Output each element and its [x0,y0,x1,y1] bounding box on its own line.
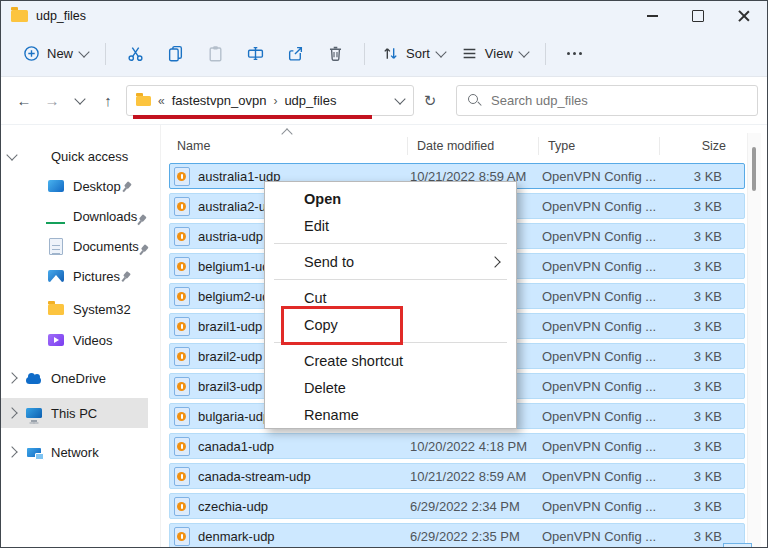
breadcrumb-item-current[interactable]: udp_files [284,93,336,108]
sidebar-item-onedrive[interactable]: OneDrive [1,363,160,393]
expander-chevron-icon[interactable] [6,407,17,418]
copy-red-box-annotation [281,306,403,345]
sidebar-item-videos[interactable]: Videos [1,325,160,355]
file-size: 3 KB [660,289,722,304]
sidebar-item-label: This PC [51,406,97,421]
file-row-czechia-udp[interactable]: czechia-udp 6/29/2022 2:34 PM OpenVPN Co… [169,493,745,519]
menu-item-label: Delete [304,380,346,396]
sidebar-item-downloads[interactable]: Downloads [1,201,160,231]
file-date-modified: 10/21/2022 8:59 AM [410,469,542,484]
recent-locations-button[interactable] [66,87,94,115]
menu-item-label: Send to [304,254,354,270]
sidebar-item-label: Pictures [73,269,120,284]
search-icon [468,94,482,108]
refresh-icon: ↻ [424,92,437,110]
column-headers: Name Date modified Type Size [161,133,767,159]
menu-item-edit[interactable]: Edit [265,212,516,239]
file-type: OpenVPN Config ... [542,529,660,544]
openvpn-config-file-icon [174,377,190,396]
chevron-down-icon [518,46,529,57]
file-type: OpenVPN Config ... [542,349,660,364]
chevron-down-icon [78,46,89,57]
back-arrow-icon: ← [17,92,32,109]
chevron-down-icon[interactable] [394,93,405,104]
openvpn-config-file-icon [174,167,190,186]
rename-button[interactable] [242,38,268,70]
breadcrumb-overflow[interactable]: « [158,94,165,108]
cut-button[interactable] [122,38,148,70]
file-type: OpenVPN Config ... [542,499,660,514]
copy-button[interactable] [162,38,188,70]
context-menu: Open Edit Send to Cut Copy Create shortc… [264,181,517,429]
vertical-scrollbar[interactable] [747,133,761,548]
file-date-modified: 10/20/2022 4:18 PM [410,439,542,454]
expander-chevron-icon[interactable] [6,446,17,457]
search-input[interactable]: Search udp_files [456,85,758,116]
sidebar-item-quick-access[interactable]: Quick access [1,141,160,171]
sidebar-item-documents[interactable]: Documents [1,231,160,261]
menu-item-label: Cut [304,290,327,306]
up-button[interactable]: ↑ [94,87,122,115]
column-header-name[interactable]: Name [161,137,407,155]
new-button[interactable]: New [15,38,96,70]
column-header-type[interactable]: Type [538,137,659,155]
file-date-modified: 6/29/2022 2:34 PM [410,499,542,514]
menu-item-delete[interactable]: Delete [265,374,516,401]
file-explorer-window: udp_files New [0,0,768,548]
menu-item-open[interactable]: Open [265,185,516,212]
documents-icon [46,238,65,255]
share-icon [287,45,304,62]
menu-item-rename[interactable]: Rename [265,401,516,428]
back-button[interactable]: ← [10,87,38,115]
share-button[interactable] [282,38,308,70]
forward-button[interactable]: → [38,87,66,115]
partially-visible-row [723,543,752,548]
minimize-button[interactable] [629,1,675,31]
openvpn-config-file-icon [174,317,190,336]
file-size: 3 KB [660,499,722,514]
menu-item-label: Create shortcut [304,353,403,369]
file-row-denmark-udp[interactable]: denmark-udp 6/29/2022 2:35 PM OpenVPN Co… [169,523,745,548]
thispc-icon [24,405,43,422]
file-row-canada1-udp[interactable]: canada1-udp 10/20/2022 4:18 PM OpenVPN C… [169,433,745,459]
delete-button[interactable] [322,38,348,70]
scrollbar-thumb[interactable] [752,147,756,191]
maximize-button[interactable] [675,1,721,31]
chevron-down-icon [74,93,85,104]
sidebar-item-label: Videos [73,333,113,348]
expander-chevron-icon[interactable] [6,372,17,383]
menu-item-send-to[interactable]: Send to [265,248,516,275]
column-header-size[interactable]: Size [659,137,731,155]
sidebar-item-label: Downloads [73,209,137,224]
sidebar-item-network[interactable]: Network [1,437,160,467]
rename-icon [247,45,264,62]
menu-item-label: Edit [304,218,329,234]
openvpn-config-file-icon [174,197,190,216]
refresh-button[interactable]: ↻ [414,87,446,115]
sidebar-item-pictures[interactable]: Pictures [1,261,160,291]
file-name: canada-stream-udp [198,469,410,484]
file-size: 3 KB [660,349,722,364]
file-size: 3 KB [660,469,722,484]
file-size: 3 KB [660,259,722,274]
sidebar-item-system32[interactable]: System32 [1,294,160,324]
file-size: 3 KB [660,379,722,394]
sidebar-item-label: System32 [73,302,131,317]
toolbar-separator [105,43,106,65]
sort-button[interactable]: Sort [374,38,453,70]
column-header-date-modified[interactable]: Date modified [407,137,538,155]
view-button[interactable]: View [453,38,536,70]
menu-item-create-shortcut[interactable]: Create shortcut [265,347,516,374]
address-row: ← → ↑ « fastestvpn_ovpn › udp_files ↻ Se… [1,77,767,125]
more-button[interactable] [562,38,588,70]
expander-chevron-icon[interactable] [6,149,17,160]
paste-button[interactable] [202,38,228,70]
close-button[interactable] [721,1,767,31]
breadcrumb-item-parent[interactable]: fastestvpn_ovpn [172,93,267,108]
sidebar-item-this-pc[interactable]: This PC [1,398,148,428]
sidebar-item-desktop[interactable]: Desktop [1,171,160,201]
openvpn-config-file-icon [174,407,190,426]
file-row-canada-stream-udp[interactable]: canada-stream-udp 10/21/2022 8:59 AM Ope… [169,463,745,489]
forward-arrow-icon: → [45,92,60,109]
address-bar[interactable]: « fastestvpn_ovpn › udp_files [126,85,414,116]
